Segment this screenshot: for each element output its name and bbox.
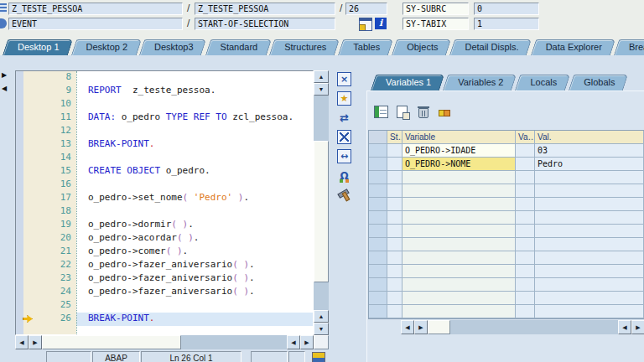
- tab-label: Desktop 2: [86, 42, 128, 52]
- variable-cell[interactable]: O_PEDRO->NOME: [402, 158, 516, 171]
- tab-data-explorer[interactable]: Data Explorer: [533, 39, 613, 55]
- variable-cell[interactable]: [402, 171, 516, 184]
- watchpoint-icon[interactable]: [359, 18, 372, 31]
- insert-column-icon-button[interactable]: [434, 103, 454, 120]
- scroll-up-button[interactable]: ▲: [314, 70, 329, 83]
- tab-variables-1[interactable]: Variables 1: [373, 75, 442, 90]
- tab-desktop-2[interactable]: Desktop 2: [74, 39, 139, 55]
- scroll-down-button[interactable]: ▼: [314, 83, 329, 96]
- variable-cell[interactable]: [402, 251, 516, 265]
- variable-cell[interactable]: [402, 238, 516, 251]
- variable-cell[interactable]: [402, 211, 516, 225]
- variable-cell[interactable]: [402, 305, 516, 318]
- row-select-cell[interactable]: [369, 158, 387, 171]
- value-cell[interactable]: [535, 251, 644, 265]
- swap-tool-icon[interactable]: ⇄: [337, 111, 351, 125]
- scroll-left-button[interactable]: ◀: [618, 320, 631, 334]
- tab-detail-displs[interactable]: Detail Displs.: [452, 39, 529, 55]
- scroll-right-button[interactable]: ▶: [300, 335, 314, 349]
- row-select-cell[interactable]: [369, 251, 387, 265]
- tab-desktop-1[interactable]: Desktop 1: [5, 39, 70, 55]
- variable-cell[interactable]: O_PEDRO->IDADE: [402, 144, 516, 158]
- variable-cell[interactable]: [402, 198, 516, 211]
- editor-vertical-scrollbar[interactable]: ▲ ▼ ▲ ▼: [314, 70, 329, 335]
- row-select-cell[interactable]: [369, 225, 387, 238]
- editor-horizontal-scrollbar[interactable]: ◀ ▶ ◀ ▶: [15, 335, 314, 349]
- event-type-field[interactable]: EVENT: [8, 18, 183, 30]
- tools-tool-icon[interactable]: [337, 188, 351, 202]
- value-cell[interactable]: Pedro: [535, 158, 644, 171]
- variable-cell[interactable]: [402, 225, 516, 238]
- value-cell[interactable]: [535, 225, 644, 238]
- value-cell[interactable]: 03: [535, 144, 644, 158]
- value-cell[interactable]: [535, 198, 644, 211]
- copy-icon-button[interactable]: [392, 103, 413, 120]
- code-editor[interactable]: 89REPORT z_teste_pessoa.1011DATA: o_pedr…: [15, 70, 314, 335]
- row-select-cell[interactable]: [369, 265, 387, 278]
- scroll-left-button[interactable]: ◀: [401, 320, 414, 334]
- services-tool-icon[interactable]: Ω: [337, 168, 351, 183]
- row-select-cell[interactable]: [369, 278, 387, 292]
- fullscreen-tool-icon[interactable]: [337, 130, 351, 144]
- tab-variables-2[interactable]: Variables 2: [445, 75, 514, 90]
- code-text: [76, 152, 313, 165]
- value-cell[interactable]: [535, 305, 644, 318]
- value-cell[interactable]: [535, 211, 644, 225]
- row-select-cell[interactable]: [369, 184, 387, 198]
- sy-tabix-value-field[interactable]: 1: [474, 18, 539, 30]
- scroll-right-button[interactable]: ▶: [29, 335, 42, 349]
- tab-globals[interactable]: Globals: [571, 75, 626, 90]
- scroll-thumb[interactable]: [428, 320, 450, 334]
- row-select-cell[interactable]: [369, 198, 387, 211]
- value-cell[interactable]: [535, 171, 644, 184]
- value-cell[interactable]: [535, 278, 644, 292]
- variable-cell[interactable]: [402, 265, 516, 278]
- splitter-arrow-right-icon[interactable]: ▶: [2, 71, 7, 80]
- tab-desktop3[interactable]: Desktop3: [142, 39, 204, 55]
- variable-cell[interactable]: [402, 292, 516, 305]
- sy-subrc-value-field[interactable]: 0: [474, 3, 539, 15]
- scroll-track[interactable]: [314, 96, 329, 310]
- change-layout-icon-button[interactable]: [371, 103, 392, 120]
- delete-icon-button[interactable]: [413, 103, 434, 120]
- row-select-cell[interactable]: [369, 305, 387, 318]
- row-select-cell[interactable]: [369, 144, 387, 158]
- row-select-cell[interactable]: [369, 238, 387, 251]
- splitter-arrow-left-icon[interactable]: ◀: [2, 85, 7, 93]
- source-code-field[interactable]: Z_TESTE_PESSOA: [195, 3, 335, 15]
- variable-cell[interactable]: [402, 278, 516, 292]
- tab-structures[interactable]: Structures: [272, 39, 337, 55]
- event-name-field[interactable]: START-OF-SELECTION: [195, 18, 335, 30]
- value-cell[interactable]: [535, 184, 644, 198]
- scroll-left-button[interactable]: ◀: [15, 335, 29, 349]
- row-select-cell[interactable]: [369, 211, 387, 225]
- scroll-track[interactable]: [42, 335, 287, 349]
- row-select-cell[interactable]: [369, 292, 387, 305]
- value-cell[interactable]: [535, 265, 644, 278]
- new-session-tool-icon[interactable]: ★: [337, 91, 351, 106]
- panel-horizontal-scrollbar[interactable]: ◀ ▶ ◀ ▶: [401, 320, 644, 334]
- scroll-thumb[interactable]: [42, 335, 181, 349]
- tab-tables[interactable]: Tables: [340, 39, 391, 55]
- scroll-thumb[interactable]: [314, 141, 329, 282]
- value-cell[interactable]: [535, 238, 644, 251]
- scroll-right-button[interactable]: ▶: [414, 320, 428, 334]
- tab-standard[interactable]: Standard: [208, 39, 269, 55]
- line-number-field[interactable]: 26: [345, 3, 387, 15]
- tab-break[interactable]: Break/: [616, 39, 644, 55]
- scroll-right-button[interactable]: ▶: [631, 320, 644, 334]
- tab-objects[interactable]: Objects: [394, 39, 449, 55]
- scroll-down-button[interactable]: ▼: [314, 323, 329, 335]
- info-icon[interactable]: [375, 18, 387, 29]
- tab-locals[interactable]: Locals: [517, 75, 568, 90]
- scroll-left-button[interactable]: ◀: [287, 335, 300, 349]
- close-tool-icon[interactable]: ×: [337, 72, 351, 86]
- value-cell[interactable]: [535, 292, 644, 305]
- scroll-up-button[interactable]: ▲: [314, 310, 329, 323]
- token: BREAK-POINT: [88, 138, 149, 149]
- main-program-field[interactable]: Z_TESTE_PESSOA: [8, 3, 183, 15]
- variable-cell[interactable]: [402, 184, 516, 198]
- resize-tool-icon[interactable]: ↔: [337, 149, 351, 163]
- row-select-cell[interactable]: [369, 171, 387, 184]
- scroll-track[interactable]: [428, 320, 618, 334]
